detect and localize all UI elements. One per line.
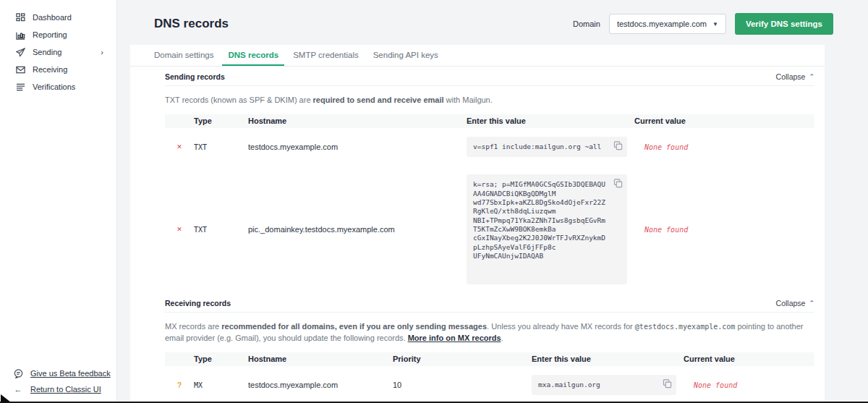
record-hostname: testdocs.myexample.com <box>248 381 393 389</box>
chevron-up-icon: ⌃ <box>809 73 814 80</box>
dashboard-icon <box>15 12 25 22</box>
sidebar-item-label: Dashboard <box>33 13 72 22</box>
tab-dns-records[interactable]: DNS records <box>222 45 284 66</box>
return-classic-ui-label: Return to Classic UI <box>30 385 101 394</box>
sending-collapse-button[interactable]: Collapse⌃ <box>776 72 814 81</box>
domain-dropdown-value: testdocs.myexample.com <box>617 20 707 28</box>
current-value-status: None found <box>634 143 814 151</box>
receiving-table-header: Type Hostname Priority Enter this value … <box>165 352 814 366</box>
return-classic-ui-link[interactable]: ← Return to Classic UI <box>0 381 116 397</box>
col-current-value: Current value <box>684 355 814 363</box>
receiving-table: Type Hostname Priority Enter this value … <box>165 352 814 403</box>
chevron-down-icon: ▼ <box>712 21 718 27</box>
current-value-status: None found <box>634 226 814 234</box>
tab-smtp-credentials[interactable]: SMTP credentials <box>287 45 365 66</box>
sending-table: Type Hostname Enter this value Current v… <box>165 114 814 293</box>
col-priority: Priority <box>393 355 532 363</box>
tab-sending-api-keys[interactable]: Sending API keys <box>367 45 444 66</box>
sending-records-section: Sending records Collapse⌃ TXT records (k… <box>130 67 825 293</box>
sending-icon <box>15 47 25 57</box>
receiving-collapse-button[interactable]: Collapse⌃ <box>776 299 814 307</box>
verify-dns-settings-button[interactable]: Verify DNS settings <box>735 13 833 35</box>
sidebar-item-sending[interactable]: Sending › <box>0 43 116 61</box>
record-value: v=spf1 include:mailgun.org ~all <box>473 143 601 150</box>
col-hostname: Hostname <box>248 116 467 125</box>
sidebar-item-label: Sending <box>33 48 61 56</box>
record-value-box: k=rsa; p=MIGfMA0GCSqGSIb3DQEBAQUAA4GNADC… <box>467 174 627 284</box>
chevron-right-icon: › <box>101 48 103 56</box>
back-arrow-icon: ← <box>13 384 23 394</box>
sidebar-item-label: Receiving <box>33 65 67 74</box>
main-area: DNS records Domain testdocs.myexample.co… <box>117 0 868 403</box>
receiving-records-section: Receiving records Collapse⌃ MX records a… <box>130 293 825 403</box>
record-value-box: mxa.mailgun.org <box>532 375 676 395</box>
record-hostname: testdocs.myexample.com <box>248 143 467 151</box>
mx-records-info-link[interactable]: More info on MX records <box>408 334 501 342</box>
sending-table-header: Type Hostname Enter this value Current v… <box>165 114 814 128</box>
record-value-box: v=spf1 include:mailgun.org ~all <box>467 137 627 157</box>
col-hostname: Hostname <box>248 355 393 363</box>
beta-feedback-link[interactable]: Give us Beta feedback <box>0 365 116 381</box>
domain-label: Domain <box>573 20 600 28</box>
verifications-icon <box>15 82 25 92</box>
table-row: ✕ TXT testdocs.myexample.com v=spf1 incl… <box>165 128 814 166</box>
col-enter-value: Enter this value <box>532 355 684 363</box>
feedback-bubble-icon <box>13 368 23 378</box>
sidebar-item-label: Verifications <box>33 82 75 91</box>
receiving-icon <box>15 64 25 75</box>
record-type: TXT <box>194 226 248 234</box>
record-value: mxa.mailgun.org <box>538 381 600 389</box>
receiving-description: MX records are recommended for all domai… <box>165 313 814 352</box>
col-type: Type <box>194 116 248 125</box>
copy-icon[interactable] <box>613 141 623 150</box>
copy-icon[interactable] <box>613 179 623 188</box>
copy-icon[interactable] <box>663 379 672 389</box>
sending-records-title: Sending records <box>165 72 225 81</box>
receiving-records-title: Receiving records <box>165 299 231 307</box>
sidebar-item-label: Reporting <box>33 30 67 39</box>
reporting-icon <box>15 30 25 40</box>
page-header: DNS records Domain testdocs.myexample.co… <box>117 0 868 35</box>
sidebar: Dashboard Reporting Sending › Receiving … <box>0 0 117 403</box>
col-current-value: Current value <box>634 116 814 125</box>
tab-domain-settings[interactable]: Domain settings <box>148 45 219 66</box>
record-priority: 10 <box>393 381 532 389</box>
record-value: k=rsa; p=MIGfMA0GCSqGSIb3DQEBAQUAA4GNADC… <box>473 180 605 260</box>
sidebar-item-dashboard[interactable]: Dashboard <box>0 9 116 26</box>
sidebar-item-receiving[interactable]: Receiving <box>0 61 116 78</box>
error-status-icon: ✕ <box>165 226 194 233</box>
content-card: Domain settings DNS records SMTP credent… <box>130 45 825 403</box>
chevron-up-icon: ⌃ <box>809 300 814 307</box>
record-hostname: pic._domainkey.testdocs.myexample.com <box>248 225 467 234</box>
sidebar-item-verifications[interactable]: Verifications <box>0 78 116 96</box>
col-type: Type <box>194 355 248 363</box>
record-type: MX <box>194 381 248 389</box>
record-type: TXT <box>194 143 248 151</box>
current-value-status: None found <box>684 381 814 389</box>
beta-feedback-label: Give us Beta feedback <box>30 369 111 378</box>
sidebar-footer: Give us Beta feedback ← Return to Classi… <box>0 365 116 397</box>
sending-description: TXT records (known as SPF & DKIM) are re… <box>165 86 814 114</box>
table-row: ✕ TXT pic._domainkey.testdocs.myexample.… <box>165 166 814 293</box>
tab-bar: Domain settings DNS records SMTP credent… <box>130 45 825 67</box>
warning-status-icon: ? <box>165 381 194 389</box>
page-title: DNS records <box>154 17 229 31</box>
table-row: ? MX testdocs.myexample.com 10 mxa.mailg… <box>165 366 814 403</box>
col-enter-value: Enter this value <box>467 116 634 125</box>
sidebar-item-reporting[interactable]: Reporting <box>0 26 116 43</box>
error-status-icon: ✕ <box>165 143 194 150</box>
domain-dropdown[interactable]: testdocs.myexample.com ▼ <box>609 14 726 34</box>
